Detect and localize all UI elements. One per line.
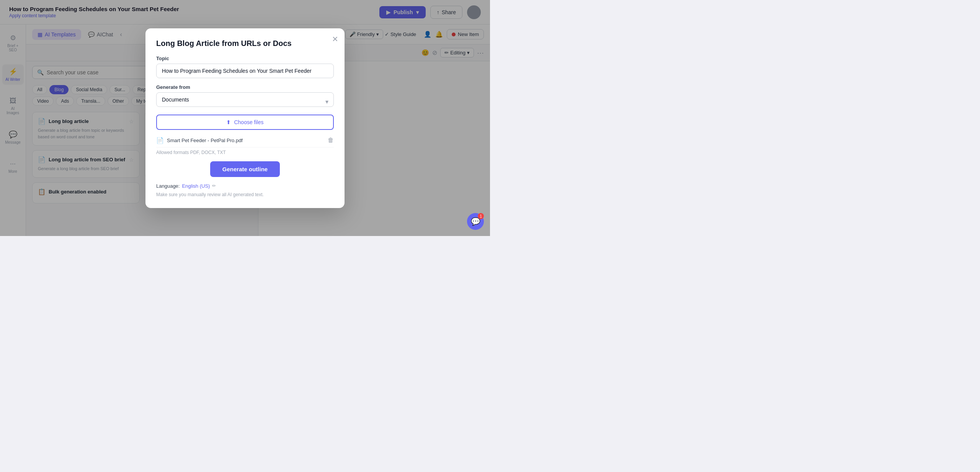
- choose-files-button[interactable]: ⬆ Choose files: [156, 115, 334, 130]
- topic-label: Topic: [156, 56, 334, 61]
- generate-from-select[interactable]: Documents URLs: [156, 92, 334, 107]
- generate-outline-button[interactable]: Generate outline: [210, 161, 280, 177]
- modal-dialog: ✕ Long Blog Article from URLs or Docs To…: [145, 28, 345, 208]
- allowed-formats: Allowed formats PDF, DOCX, TXT: [156, 150, 334, 155]
- language-edit-icon[interactable]: ✏: [212, 183, 216, 188]
- file-name: Smart Pet Feeder - PetPal Pro.pdf: [167, 138, 325, 143]
- modal-close-button[interactable]: ✕: [332, 34, 338, 44]
- upload-icon: ⬆: [226, 119, 231, 125]
- modal-overlay[interactable]: ✕ Long Blog Article from URLs or Docs To…: [0, 0, 490, 236]
- file-doc-icon: 📄: [156, 137, 164, 144]
- language-row: Language: English (US) ✏: [156, 183, 334, 189]
- language-value[interactable]: English (US): [182, 183, 210, 189]
- topic-input[interactable]: [156, 64, 334, 78]
- file-item: 📄 Smart Pet Feeder - PetPal Pro.pdf 🗑: [156, 134, 334, 148]
- modal-title: Long Blog Article from URLs or Docs: [156, 39, 334, 48]
- generate-from-wrapper: Documents URLs: [156, 92, 334, 111]
- disclaimer: Make sure you manually review all AI gen…: [156, 192, 334, 197]
- chat-bubble[interactable]: 💬 1: [467, 213, 484, 230]
- file-delete-button[interactable]: 🗑: [328, 137, 334, 144]
- language-label: Language:: [156, 183, 180, 189]
- chat-badge: 1: [478, 213, 484, 219]
- generate-from-label: Generate from: [156, 84, 334, 90]
